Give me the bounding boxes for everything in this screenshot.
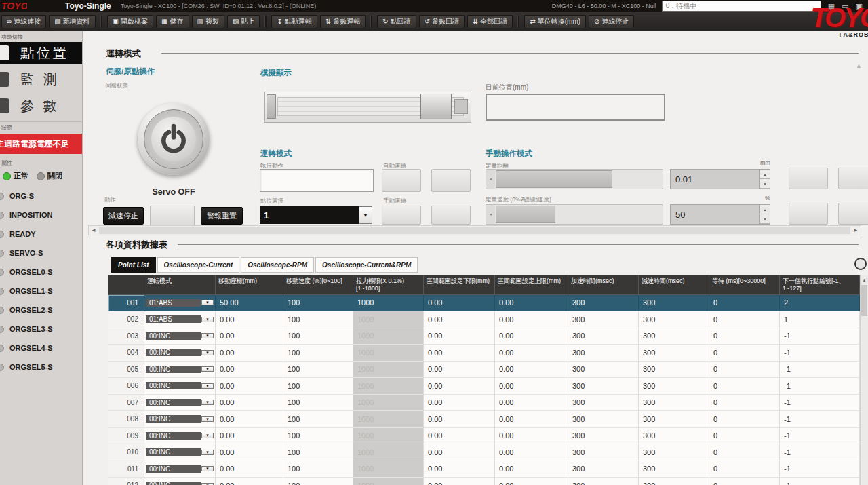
data-cell[interactable]: 300 <box>639 478 709 485</box>
data-cell[interactable]: 0.00 <box>495 378 568 395</box>
distance-spin-down-icon[interactable]: ▼ <box>760 179 770 189</box>
data-cell[interactable]: -1 <box>780 461 860 478</box>
scroll-right-icon[interactable]: ► <box>851 226 861 235</box>
toolbar-button-disconnect[interactable]: ⊘連線停止 <box>589 15 634 28</box>
toolbar-button-jog-run[interactable]: ↧點動運転 <box>271 15 317 28</box>
mode-cell[interactable]: 01:ABS▼ <box>144 295 216 312</box>
distance-slider-thumb[interactable] <box>496 170 612 188</box>
data-cell[interactable]: -1 <box>780 428 860 445</box>
data-cell[interactable]: -1 <box>780 378 860 395</box>
distance-jog-minus-button[interactable] <box>789 168 828 189</box>
tab-oscilloscope-rpm[interactable]: Oscilloscope-RPM <box>241 257 314 273</box>
row-number-cell[interactable]: 007 <box>108 395 144 412</box>
data-cell[interactable]: 0.00 <box>424 395 495 412</box>
data-cell[interactable]: 1000 <box>353 311 424 328</box>
data-cell[interactable]: 0.00 <box>424 295 495 312</box>
data-cell[interactable]: 1000 <box>353 395 424 412</box>
mode-dropdown-icon[interactable]: ▼ <box>201 300 214 305</box>
data-cell[interactable]: 0.00 <box>495 411 568 428</box>
menu-grid-icon[interactable]: ▦ <box>828 2 835 11</box>
data-cell[interactable]: 1000 <box>353 295 424 312</box>
mode-cell[interactable]: 00:INC▼ <box>144 378 216 395</box>
data-cell[interactable]: 0.00 <box>216 328 283 345</box>
data-cell[interactable]: 300 <box>568 411 639 428</box>
data-cell[interactable]: 1 <box>780 311 860 328</box>
data-cell[interactable]: 0.00 <box>216 362 283 379</box>
slider-left-icon[interactable]: ◂ <box>486 205 495 224</box>
toolbar-button-unit-convert[interactable]: ⇄單位轉換(mm) <box>524 15 586 28</box>
vertical-scrollbar-thumb[interactable] <box>861 285 867 316</box>
table-row[interactable]: 00700:INC▼0.0010010000.000.003003000-1 <box>108 395 860 412</box>
speed-spinner[interactable]: 50 ▲ ▼ <box>670 204 770 225</box>
data-cell[interactable]: 100 <box>283 411 353 428</box>
data-cell[interactable]: -1 <box>780 328 860 345</box>
data-cell[interactable]: 1000 <box>353 345 424 362</box>
mode-dropdown-icon[interactable]: ▼ <box>201 466 214 471</box>
sidebar-item-[interactable]: 點位置 <box>0 42 82 64</box>
data-cell[interactable]: 300 <box>568 428 639 445</box>
mode-cell[interactable]: 00:INC▼ <box>144 328 216 345</box>
data-cell[interactable]: 1000 <box>353 428 424 445</box>
row-number-cell[interactable]: 001 <box>108 295 144 312</box>
data-cell[interactable]: 100 <box>283 461 353 478</box>
manual-forward-button[interactable] <box>431 206 471 225</box>
speed-slider[interactable]: ◂ <box>486 204 663 225</box>
toolbar-button-read-params[interactable]: ↺參數回讀 <box>419 15 465 28</box>
sidebar-item-[interactable]: 參 數 <box>0 95 82 117</box>
data-cell[interactable]: 300 <box>639 395 709 412</box>
slider-left-icon[interactable]: ◂ <box>486 170 495 189</box>
mode-dropdown-icon[interactable]: ▼ <box>201 333 214 338</box>
toolbar-button-connect[interactable]: ∞連線連接 <box>1 15 46 28</box>
data-cell[interactable]: 300 <box>568 295 639 312</box>
data-cell[interactable]: 1000 <box>353 411 424 428</box>
horizontal-scrollbar-thumb[interactable] <box>99 227 850 234</box>
decel-stop-button[interactable]: 減速停止 <box>103 207 144 225</box>
data-cell[interactable]: 0.00 <box>495 362 568 379</box>
data-cell[interactable]: 300 <box>639 311 709 328</box>
table-row[interactable]: 00300:INC▼0.0010010000.000.003003000-1 <box>108 328 860 345</box>
mode-dropdown-icon[interactable]: ▼ <box>201 450 214 455</box>
data-cell[interactable]: 100 <box>283 478 353 485</box>
data-cell[interactable]: 100 <box>283 378 353 395</box>
mode-cell[interactable]: 00:INC▼ <box>144 478 216 485</box>
servo-power-button[interactable] <box>138 103 210 175</box>
speed-spin-up-icon[interactable]: ▲ <box>760 205 770 214</box>
data-cell[interactable]: 300 <box>568 378 639 395</box>
data-cell[interactable]: 0.00 <box>424 461 495 478</box>
data-cell[interactable]: -1 <box>780 444 860 461</box>
data-cell[interactable]: 0.00 <box>424 444 495 461</box>
data-cell[interactable]: 300 <box>568 478 639 485</box>
data-cell[interactable]: 0 <box>709 345 780 362</box>
table-row[interactable]: 01000:INC▼0.0010010000.000.003003000-1 <box>108 444 860 461</box>
manual-back-button[interactable] <box>382 206 421 225</box>
data-cell[interactable]: 300 <box>639 461 709 478</box>
data-cell[interactable]: 300 <box>568 345 639 362</box>
distance-jog-plus-button[interactable] <box>838 168 868 189</box>
table-row[interactable]: 00101:ABS▼50.0010010000.000.0030030002 <box>108 295 860 312</box>
data-cell[interactable]: 0.00 <box>424 428 495 445</box>
data-cell[interactable]: 0.00 <box>424 328 495 345</box>
data-cell[interactable]: 0 <box>709 311 780 328</box>
data-cell[interactable]: 0.00 <box>216 345 283 362</box>
mode-cell[interactable]: 00:INC▼ <box>144 395 216 412</box>
data-cell[interactable]: 0 <box>709 444 780 461</box>
mode-dropdown-icon[interactable]: ▼ <box>201 350 214 355</box>
table-row[interactable]: 01200:INC▼0.0010010000.000.003003000-1 <box>108 478 860 485</box>
mode-dropdown-icon[interactable]: ▼ <box>201 317 214 322</box>
table-row[interactable]: 00500:INC▼0.0010010000.000.003003000-1 <box>108 362 860 379</box>
speed-slider-thumb[interactable] <box>496 206 555 223</box>
tab-oscilloscope-current[interactable]: Oscilloscope-Current <box>157 257 240 273</box>
distance-spin-up-icon[interactable]: ▲ <box>760 170 770 179</box>
data-cell[interactable]: 1000 <box>353 378 424 395</box>
data-cell[interactable]: -1 <box>780 478 860 485</box>
data-cell[interactable]: 2 <box>780 295 860 312</box>
distance-slider[interactable]: ◂ <box>486 169 663 189</box>
mode-dropdown-icon[interactable]: ▼ <box>201 383 214 389</box>
data-cell[interactable]: 1000 <box>353 444 424 461</box>
data-cell[interactable]: 300 <box>639 345 709 362</box>
toolbar-button-param-run[interactable]: ⇅參數運転 <box>320 15 366 28</box>
data-cell[interactable]: 0 <box>709 378 780 395</box>
minimize-icon[interactable]: ▭ <box>842 2 848 11</box>
data-cell[interactable]: 0 <box>709 395 780 412</box>
mode-dropdown-icon[interactable]: ▼ <box>201 416 214 422</box>
